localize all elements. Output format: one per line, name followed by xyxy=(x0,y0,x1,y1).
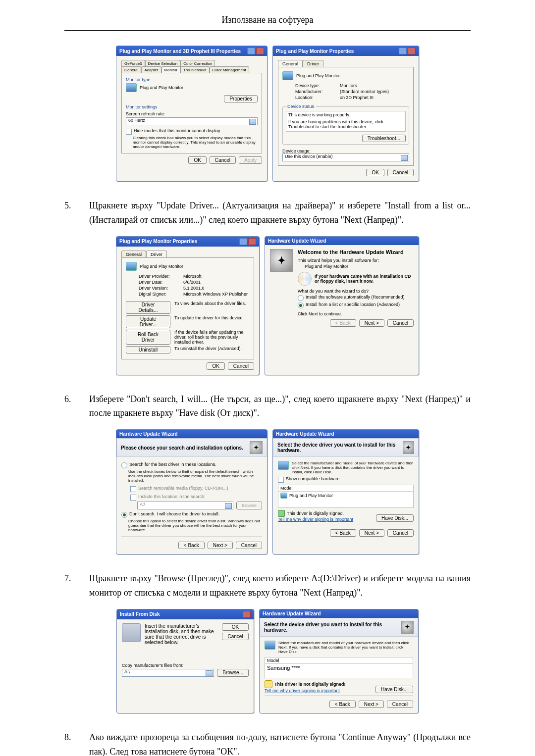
cancel-button[interactable]: Cancel xyxy=(387,701,413,708)
tell-why-link[interactable]: Tell me why driver signing is important xyxy=(265,688,340,693)
refresh-rate-label: Screen refresh rate: xyxy=(126,111,258,116)
wizard-question: What do you want the wizard to do? xyxy=(298,289,414,294)
next-button[interactable]: Next > xyxy=(359,319,384,327)
hide-modes-checkbox[interactable] xyxy=(126,129,132,135)
kv-ver-v: 5.1.2001.0 xyxy=(183,286,205,291)
dlg6-title: Hardware Update Wizard xyxy=(276,431,334,437)
location-select: A:\ xyxy=(137,502,233,509)
model-item-label: Plug and Play Monitor xyxy=(289,493,333,498)
kv-prov-v: Microsoft xyxy=(183,274,202,279)
next-button[interactable]: Next > xyxy=(359,701,384,708)
opt-dontsearch-desc: Choose this option to select the device … xyxy=(128,519,262,532)
have-disk-button[interactable]: Have Disk... xyxy=(375,686,413,693)
close-icon[interactable] xyxy=(248,238,256,245)
cancel-button[interactable]: Cancel xyxy=(387,319,414,327)
driver-details-button[interactable]: Driver Details... xyxy=(126,301,170,314)
close-icon[interactable] xyxy=(256,48,264,54)
help-icon[interactable] xyxy=(239,238,247,245)
opt-dontsearch[interactable] xyxy=(121,512,127,518)
copy-from-label: Copy manufacturer's files from: xyxy=(122,663,249,668)
tab-geforce3[interactable]: GeForce3 xyxy=(121,60,145,67)
step-5-num: 5. xyxy=(64,199,76,227)
floppy-icon xyxy=(122,623,141,642)
ok-button[interactable]: OK xyxy=(366,169,384,176)
ok-button[interactable]: OK xyxy=(207,362,224,370)
have-disk-button[interactable]: Have Disk... xyxy=(376,514,414,522)
opt-search[interactable] xyxy=(121,462,127,468)
cancel-button[interactable]: Cancel xyxy=(387,529,414,537)
device-usage-select[interactable]: Use this device (enable) xyxy=(282,153,409,161)
kv-ver-k: Driver Version: xyxy=(139,286,178,291)
monitor-icon xyxy=(126,262,137,271)
check-location xyxy=(130,495,136,501)
monitor-icon xyxy=(282,71,293,80)
next-button[interactable]: Next > xyxy=(208,542,233,549)
cancel-button[interactable]: Cancel xyxy=(222,633,249,640)
wizard-clicknext: Click Next to continue. xyxy=(298,311,414,316)
copy-from-select[interactable]: A:\ xyxy=(122,669,214,677)
monitor-icon xyxy=(126,83,137,92)
dlg6-desc: Select the manufacturer and model of you… xyxy=(292,461,414,474)
wizard-opt-list-label: Install from a list or specific location… xyxy=(306,302,400,307)
rollback-driver-button[interactable]: Roll Back Driver xyxy=(126,330,170,345)
close-icon[interactable] xyxy=(243,611,251,618)
tell-why-link[interactable]: Tell me why driver signing is important xyxy=(278,517,353,522)
tab-color-management[interactable]: Color Management xyxy=(210,66,249,73)
dlg3-title: Plug and Play Monitor Properties xyxy=(119,239,197,244)
tab-troubleshoot[interactable]: Troubleshoot xyxy=(180,66,209,73)
step-5-text: Щракнете върху "Update Driver... (Актуал… xyxy=(89,199,471,227)
device-usage-label: Device usage: xyxy=(282,149,409,153)
check-location-label: Include this location in the search: xyxy=(138,494,206,499)
cancel-button[interactable]: Cancel xyxy=(210,156,236,164)
device-status-text: This device is working properly. If you … xyxy=(286,111,406,132)
kv-mfr-v: (Standard monitor types) xyxy=(340,89,389,94)
monitor-settings-label: Monitor settings xyxy=(126,104,258,109)
cancel-button[interactable]: Cancel xyxy=(236,542,262,549)
update-driver-button[interactable]: Update Driver... xyxy=(126,315,170,328)
help-icon[interactable] xyxy=(247,48,255,54)
back-button[interactable]: < Back xyxy=(330,529,356,537)
wizard-opt-list[interactable] xyxy=(298,302,304,308)
refresh-rate-select[interactable]: 60 Hertz xyxy=(126,117,258,125)
dlg3-device: Plug and Play Monitor xyxy=(140,264,183,269)
ok-button[interactable]: OK xyxy=(222,623,249,631)
wizard-opt-auto[interactable] xyxy=(298,295,304,301)
tab-general[interactable]: General xyxy=(278,60,303,67)
close-icon[interactable] xyxy=(408,48,416,54)
back-button[interactable]: < Back xyxy=(178,542,205,549)
next-button[interactable]: Next > xyxy=(359,529,384,537)
wizard-icon: ✦ xyxy=(250,441,263,454)
dlg4-title: Hardware Update Wizard xyxy=(268,238,326,244)
tab-general[interactable]: General xyxy=(121,251,146,258)
dlg5-title: Hardware Update Wizard xyxy=(119,431,178,437)
dlg5-banner: Please choose your search and installati… xyxy=(121,445,243,451)
troubleshoot-button[interactable]: Troubleshoot... xyxy=(362,135,406,142)
step-7-num: 7. xyxy=(64,571,76,600)
page-title: Използване на софтуера xyxy=(64,15,471,25)
back-button[interactable]: < Back xyxy=(329,701,356,708)
help-icon[interactable] xyxy=(399,48,407,54)
ok-button[interactable]: OK xyxy=(188,156,206,164)
uninstall-button[interactable]: Uninstall xyxy=(126,346,170,353)
tab-device-selection[interactable]: Device Selection xyxy=(145,60,181,67)
tab-driver[interactable]: Driver xyxy=(303,60,323,67)
tab-color-correction[interactable]: Color Correction xyxy=(180,60,215,67)
model-item[interactable]: Samsung **** xyxy=(265,664,413,672)
show-compat-check[interactable] xyxy=(278,477,284,483)
kv-mfr-k: Manufacturer: xyxy=(295,89,335,94)
model-item[interactable]: Plug and Play Monitor xyxy=(278,492,413,500)
check-removable xyxy=(130,486,136,492)
browse-button[interactable]: Browse... xyxy=(217,669,249,677)
dlg8-desc: Select the manufacturer and model of you… xyxy=(278,641,413,654)
tab-general[interactable]: General xyxy=(121,66,141,73)
cd-icon xyxy=(298,272,312,286)
tab-adapter[interactable]: Adapter xyxy=(141,66,161,73)
tab-monitor[interactable]: Monitor xyxy=(161,66,181,73)
cancel-button[interactable]: Cancel xyxy=(228,362,254,370)
cancel-button[interactable]: Cancel xyxy=(387,169,414,176)
tab-driver[interactable]: Driver xyxy=(146,251,167,258)
kv-prov-k: Driver Provider: xyxy=(139,274,178,279)
figure-row-1: Plug and Play Monitor and 3D Prophet III… xyxy=(64,46,471,182)
step-7-text: Щракнете върху "Browse (Преглед)", след … xyxy=(89,571,471,600)
properties-button[interactable]: Properties xyxy=(224,95,258,102)
